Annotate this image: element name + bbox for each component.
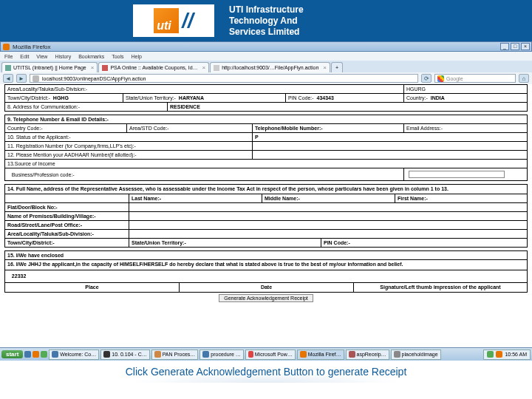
search-placeholder: Google — [446, 76, 463, 81]
new-tab-button[interactable]: + — [331, 62, 343, 72]
field-declaration: 16. I/We JHHJ the applicant,in the capac… — [4, 260, 528, 269]
task-label: procedure … — [211, 352, 240, 357]
brand-banner: // UTI Infrastructure Technology And Ser… — [0, 0, 532, 41]
task-button[interactable]: procedure … — [200, 349, 243, 360]
field-lastname: Last Name:- — [129, 194, 262, 202]
tray-icon[interactable] — [487, 351, 494, 358]
forward-button[interactable]: ► — [16, 74, 27, 83]
field-country-code: Country Code:- — [4, 124, 126, 132]
field-country: Country:- INDIA — [403, 94, 528, 102]
reload-button[interactable]: ⟳ — [421, 74, 432, 83]
field-pin: PIN Code:- 434343 — [285, 94, 403, 102]
app-icon — [154, 351, 161, 358]
minimize-button[interactable]: _ — [500, 43, 509, 50]
toolbar: ◄ ► localhost:9003/onlinepanDSC/AppFiyn.… — [0, 72, 532, 84]
app-icon — [349, 351, 355, 358]
app-icon — [103, 351, 110, 358]
field-flat-v — [129, 203, 528, 211]
field-date: Date — [179, 283, 353, 292]
field-status: 10. Status of the Applicant:- — [4, 133, 252, 141]
pan-form: Area/Locality/Taluka/Sub-Division:- HGUR… — [0, 84, 532, 347]
menu-tools[interactable]: Tools — [112, 54, 123, 59]
menu-view[interactable]: View — [36, 54, 47, 59]
uti-logo: // — [133, 4, 214, 37]
field-place: Place — [4, 283, 179, 292]
field-premises: Name of Premises/Building/Village:- — [4, 212, 129, 220]
tab-label: PSA Online :: Available Coupons, Id… — [110, 65, 197, 70]
field-flat: Flat/Door/Block No:- — [4, 203, 129, 211]
start-button[interactable]: start — [1, 350, 23, 358]
field-state2: State/Union Territory:- — [129, 239, 321, 247]
back-button[interactable]: ◄ — [3, 74, 13, 83]
menu-bar: File Edit View History Bookmarks Tools H… — [0, 52, 532, 61]
close-button[interactable]: × — [521, 43, 530, 50]
tagline-line: Technology And — [229, 16, 304, 27]
menu-help[interactable]: Help — [132, 54, 142, 59]
search-box[interactable]: Google — [434, 74, 516, 83]
firefox-icon — [3, 44, 10, 50]
field-telephone: Telephone/Mobile Number:- — [252, 124, 403, 132]
field-road: Road/Street/Lane/Post Office:- — [4, 221, 129, 229]
section-9-header: 9. Telephone Number & Email ID Details:- — [4, 115, 528, 123]
task-button[interactable]: 10. 0.104 - C… — [100, 349, 149, 360]
menu-history[interactable]: History — [55, 54, 71, 59]
task-button[interactable]: placeholdimage — [391, 349, 441, 360]
task-button[interactable]: Microsoft Pow… — [245, 349, 296, 360]
restore-button[interactable]: □ — [511, 43, 519, 50]
field-signature: Signature/Left thumb impression of the a… — [353, 283, 528, 292]
home-button[interactable]: ⌂ — [519, 74, 529, 83]
field-area2: Area/Locality/Taluka/Sub-Division:- — [4, 230, 129, 238]
windows-taskbar: start Welcome: Co… 10. 0.104 - C… PAN Pr… — [0, 347, 532, 361]
browser-tab[interactable]: http://localhost:9003/…File/AppFiyn.acti… — [210, 62, 330, 72]
browser-tab[interactable]: PSA Online :: Available Coupons, Id…× — [98, 62, 209, 72]
address-bar[interactable]: localhost:9003/onlinepanDSC/AppFiyn.acti… — [30, 74, 418, 83]
tray-icon[interactable] — [496, 351, 502, 358]
task-button[interactable]: aspReceip… — [346, 349, 389, 360]
field-area: Area/Locality/Taluka/Sub-Division:- — [4, 85, 403, 93]
field-lastname-h — [4, 194, 129, 202]
quicklaunch-icon[interactable] — [24, 351, 31, 358]
field-reg-number: 11. Registration Number (for Company,fir… — [4, 142, 252, 150]
slide-caption: Click Generate Acknowledgement Button to… — [0, 361, 532, 383]
task-label: 10. 0.104 - C… — [112, 352, 146, 357]
field-email: Email Address:- — [403, 124, 528, 132]
task-label: placeholdimage — [402, 352, 438, 357]
tab-close-icon[interactable]: × — [91, 64, 95, 71]
field-biz-code: Business/Profession code:- — [4, 168, 403, 180]
task-button[interactable]: PAN Proces… — [151, 349, 199, 360]
field-middlename: Middle Name:- — [262, 194, 395, 202]
field-biz-input[interactable] — [403, 168, 528, 180]
window-title: Mozilla Firefox — [13, 44, 51, 50]
menu-edit[interactable]: Edit — [20, 54, 29, 59]
generate-receipt-button[interactable]: Generate Acknowledgement Receipt — [219, 294, 313, 302]
field-reg-value — [252, 142, 528, 150]
globe-icon — [33, 75, 39, 82]
quicklaunch-icon[interactable] — [41, 351, 47, 358]
field-state: State/Union Territory:- HARYANA — [123, 94, 285, 102]
task-button[interactable]: Welcome: Co… — [49, 349, 99, 360]
task-label: Welcome: Co… — [60, 352, 96, 357]
tab-label: UTITSL (Intranet) || Home Page — [13, 65, 86, 70]
system-tray[interactable]: 10:56 AM — [483, 349, 531, 360]
field-town: Town/City/District:- HGHG — [4, 94, 123, 102]
quicklaunch-icon[interactable] — [33, 351, 39, 358]
task-button-active[interactable]: Mozilla Firef… — [297, 349, 344, 360]
field-aadhaar-value — [252, 151, 528, 159]
field-road-v — [129, 221, 528, 229]
task-label: PAN Proces… — [163, 352, 196, 357]
app-icon — [248, 351, 253, 358]
field-doc: 22332 — [4, 270, 528, 282]
tab-close-icon[interactable]: × — [202, 64, 206, 71]
window-titlebar: Mozilla Firefox _ □ × — [0, 41, 532, 52]
field-aadhaar: 12. Please Mention your AADHAAR Number(i… — [4, 151, 252, 159]
browser-tab[interactable]: UTITSL (Intranet) || Home Page× — [1, 62, 98, 72]
menu-bookmarks[interactable]: Bookmarks — [78, 54, 104, 59]
section-14-text: 14. Full Name, address of the Representa… — [4, 185, 528, 194]
caption-text: Click Generate Acknowledgement Button to… — [126, 366, 407, 378]
tagline-line: Services Limited — [229, 27, 304, 38]
tab-close-icon[interactable]: × — [323, 64, 327, 71]
field-comm-address: 8. Address for Communication:- — [4, 103, 167, 111]
favicon-icon — [5, 65, 11, 71]
menu-file[interactable]: File — [4, 54, 13, 59]
field-town2: Town/City/District:- — [4, 239, 129, 247]
